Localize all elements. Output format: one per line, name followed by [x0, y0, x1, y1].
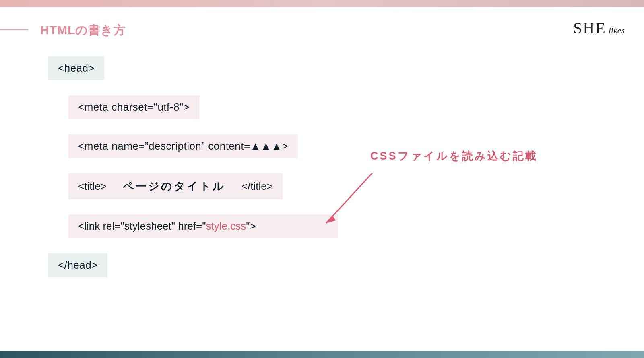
title-tag-row: <title> ページのタイトル </title>: [68, 173, 283, 199]
top-decorative-bar: [0, 0, 644, 7]
link-stylesheet-tag: <link rel="stylesheet" href="style.css">: [68, 214, 338, 238]
page-title: HTMLの書き方: [40, 22, 126, 39]
brand-logo: SHE likes: [573, 19, 625, 37]
title-inner-text: ページのタイトル: [123, 179, 225, 193]
head-open-tag: <head>: [48, 56, 104, 80]
link-filename: style.css: [206, 220, 246, 232]
css-annotation-text: CSSファイルを読み込む記載: [370, 149, 538, 163]
link-suffix: ">: [246, 220, 256, 232]
code-illustration: <head> <meta charset="utf-8"> <meta name…: [48, 56, 338, 292]
meta-description-tag: <meta name=”description” content=▲▲▲>: [68, 134, 298, 158]
title-close-tag: </title>: [242, 180, 273, 193]
head-close-tag: </head>: [48, 253, 107, 277]
logo-main-text: SHE: [573, 19, 606, 37]
title-open-tag: <title>: [78, 180, 107, 193]
bottom-decorative-bar: [0, 351, 644, 358]
meta-charset-tag: <meta charset="utf-8">: [68, 95, 199, 119]
link-prefix: <link rel="stylesheet" href=": [78, 220, 206, 232]
title-accent-line: [0, 29, 28, 30]
logo-sub-text: likes: [609, 25, 625, 36]
